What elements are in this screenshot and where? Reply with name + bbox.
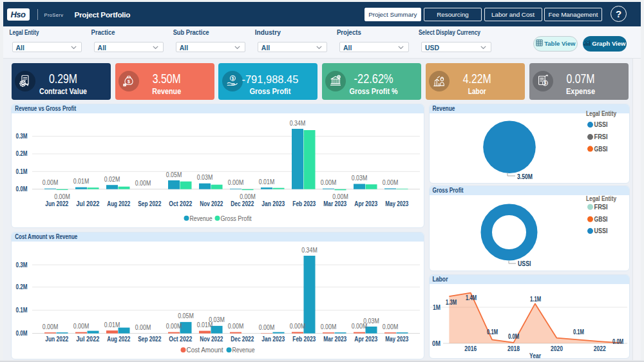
svg-text:%: % <box>337 75 341 79</box>
svg-text:$: $ <box>544 81 546 86</box>
svg-text:$: $ <box>128 79 130 84</box>
svg-text:$: $ <box>231 76 234 81</box>
